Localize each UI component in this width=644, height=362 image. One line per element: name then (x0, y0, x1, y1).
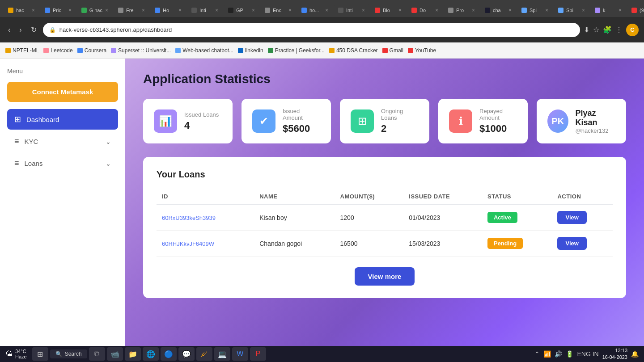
bookmark-dsa[interactable]: 450 DSA Cracker (329, 47, 378, 54)
language-indicator[interactable]: ENG IN (577, 350, 598, 358)
browser-tab[interactable]: Spi× (554, 4, 589, 17)
loan-amount-cell-1: 1200 (335, 205, 404, 231)
loans-table: ID Name Amount($) Issued Date STATUS ACT… (157, 189, 613, 257)
browser-tab[interactable]: cha× (480, 4, 516, 17)
browser-tab[interactable]: Spi× (517, 4, 553, 17)
star-btn[interactable]: ☆ (593, 25, 599, 34)
browser-navigation-bar: ‹ › ↻ 🔒 hack-verse-cb3143.spheron.app/da… (0, 17, 644, 42)
browser-tab[interactable]: Ho× (150, 4, 186, 17)
taskbar-teams-btn[interactable]: 📹 (107, 347, 123, 361)
connect-metamask-button[interactable]: Connect Metamask (7, 82, 118, 102)
sidebar-item-loans[interactable]: ≡ Loans ⌄ (7, 153, 118, 173)
stats-grid: 📊 Issued Loans 4 ✔ Issued Amount $5600 (143, 99, 626, 143)
browser-tab[interactable]: Inti× (187, 4, 223, 17)
browser-tab[interactable]: k-× (590, 4, 626, 17)
browser-tab[interactable]: hac× (4, 4, 39, 17)
taskbar-search[interactable]: 🔍 Search (50, 349, 87, 358)
forward-btn[interactable]: › (17, 24, 24, 36)
user-avatar-circle: PK (547, 109, 568, 133)
battery-icon[interactable]: 🔋 (566, 350, 573, 358)
loan-id-link-2[interactable]: 60RHJKkvJF6409W (162, 240, 214, 247)
loan-id-link-1[interactable]: 60RxU393keSh3939 (162, 215, 216, 221)
taskbar-chrome-btn[interactable]: 🔵 (161, 347, 177, 361)
table-row: 60RxU393keSh3939 Kisan boy 1200 01/04/20… (157, 205, 613, 231)
bar-chart-icon: 📊 (159, 115, 172, 127)
issued-loans-info: Issued Loans 4 (184, 111, 219, 131)
bookmark-favicon (382, 48, 388, 53)
loans-table-header-row: ID Name Amount($) Issued Date STATUS ACT… (157, 189, 613, 205)
info-icon: ℹ (459, 115, 463, 127)
browser-tab[interactable]: Pric× (40, 4, 76, 17)
volume-icon[interactable]: 🔊 (555, 350, 562, 358)
view-loan-button-2[interactable]: View (557, 237, 586, 250)
address-bar[interactable]: 🔒 hack-verse-cb3143.spheron.app/dashboar… (43, 23, 580, 37)
taskbar-view-btn[interactable]: ⧉ (89, 347, 105, 361)
view-more-wrapper: View more (157, 267, 613, 286)
taskbar-powerpoint-btn[interactable]: P (250, 347, 266, 361)
browser-tab[interactable]: (9)× (627, 4, 644, 17)
taskbar-weather-info: 34°C Haze (15, 349, 27, 359)
bookmark-favicon (111, 48, 116, 53)
lock-icon: 🔒 (49, 27, 56, 33)
taskbar-code-btn[interactable]: 🖊 (196, 347, 212, 361)
download-btn[interactable]: ⬇ (584, 25, 589, 34)
user-info: Piyaz Kisan @hacker132 (576, 109, 615, 134)
browser-tab[interactable]: GP× (224, 4, 259, 17)
settings-btn[interactable]: ⋮ (615, 25, 623, 34)
extensions-btn[interactable]: 🧩 (603, 25, 612, 34)
taskbar-pycharm-btn[interactable]: 💻 (214, 347, 230, 361)
taskbar-edge-btn[interactable]: 🌐 (143, 347, 159, 361)
app-layout: Menu Connect Metamask ⊞ Dashboard ≡ KYC … (0, 59, 644, 346)
chevron-up-icon[interactable]: ⌃ (534, 350, 540, 358)
loan-action-cell-1: View (552, 205, 613, 231)
browser-tab[interactable]: Do× (407, 4, 443, 17)
sidebar-item-dashboard[interactable]: ⊞ Dashboard (7, 109, 118, 130)
notifications-icon[interactable]: 🔔 (631, 350, 639, 358)
col-header-status: STATUS (482, 189, 552, 205)
browser-tab[interactable]: Pro× (444, 4, 479, 17)
loans-table-body: 60RxU393keSh3939 Kisan boy 1200 01/04/20… (157, 205, 613, 257)
network-icon[interactable]: 📶 (543, 350, 551, 358)
bookmark-leetcode[interactable]: Leetcode (43, 47, 72, 54)
bookmark-gfg[interactable]: Practice | Geeksfor... (268, 47, 325, 54)
bookmark-linkedin[interactable]: linkedin (238, 47, 263, 54)
loan-action-cell-2: View (552, 231, 613, 257)
repayed-amount-label: Repayed Amount (479, 108, 517, 121)
issued-amount-label: Issued Amount (283, 108, 320, 121)
browser-tab[interactable]: Fre× (114, 4, 149, 17)
taskbar-word-btn[interactable]: W (232, 347, 248, 361)
browser-tab[interactable]: G hac× (77, 4, 113, 17)
col-header-amount: Amount($) (335, 189, 404, 205)
taskbar-start-btn[interactable]: ⊞ (32, 347, 48, 361)
taskbar-explorer-btn[interactable]: 📁 (125, 347, 141, 361)
bookmark-nptel[interactable]: NPTEL-ML (5, 47, 39, 54)
browser-tab[interactable]: Blo× (370, 4, 406, 17)
refresh-btn[interactable]: ↻ (28, 24, 39, 36)
browser-tab[interactable]: Inti× (334, 4, 369, 17)
view-loan-button-1[interactable]: View (557, 211, 586, 224)
bookmark-favicon (43, 48, 49, 53)
loan-amount-cell-2: 16500 (335, 231, 404, 257)
bookmark-gmail[interactable]: Gmail (382, 47, 403, 54)
back-btn[interactable]: ‹ (5, 24, 13, 36)
taskbar-whatsapp-btn[interactable]: 💬 (178, 347, 195, 361)
user-avatar[interactable]: C (626, 24, 639, 36)
view-more-button[interactable]: View more (355, 267, 415, 286)
loan-id-cell-2: 60RHJKkvJF6409W (157, 231, 254, 257)
bookmark-youtube[interactable]: YouTube (408, 47, 436, 54)
browser-tab[interactable]: Enc× (260, 4, 296, 17)
bookmark-superset[interactable]: Superset :: Universit... (111, 47, 171, 54)
sidebar-item-kyc[interactable]: ≡ KYC ⌄ (7, 131, 118, 152)
issued-amount-value: $5600 (283, 123, 320, 135)
chevron-down-icon: ⌄ (106, 138, 111, 145)
loans-section: Your Loans ID Name Amount($) Issued Date… (143, 157, 626, 298)
browser-tab[interactable]: ho...× (297, 4, 333, 17)
stat-card-repayed-amount: ℹ Repayed Amount $1000 (438, 99, 528, 143)
loans-table-header: ID Name Amount($) Issued Date STATUS ACT… (157, 189, 613, 205)
issued-amount-info: Issued Amount $5600 (283, 108, 320, 135)
bookmark-label: Coursera (85, 47, 106, 54)
bookmark-chatbot[interactable]: Web-based chatbot... (175, 47, 233, 54)
bookmark-favicon (77, 48, 83, 53)
bookmark-coursera[interactable]: Coursera (77, 47, 106, 54)
taskbar-apps: ⊞ 🔍 Search ⧉ 📹 📁 🌐 🔵 💬 🖊 💻 W P (32, 347, 266, 361)
